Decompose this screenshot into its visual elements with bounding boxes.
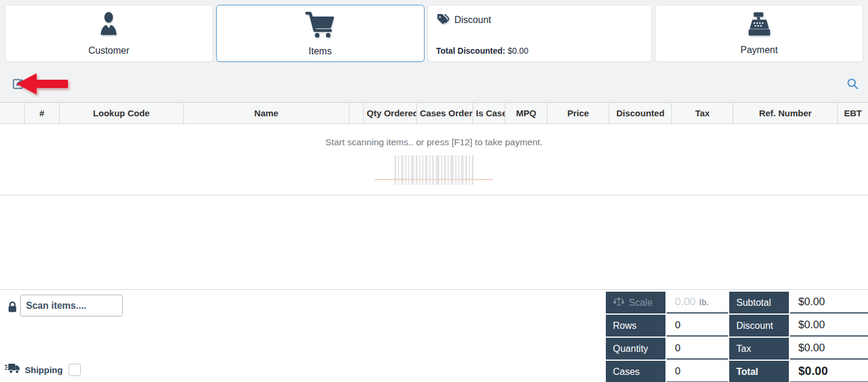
search-icon[interactable] [847,78,859,90]
column-header-blank-2 [350,103,364,123]
total-discounted-value: $0.00 [508,46,528,55]
column-header-price: Price [547,103,609,123]
column-header-is-case: Is Case [473,103,505,123]
barcode-bars [394,155,474,185]
total-discounted: Total Discounted:$0.00 [436,46,528,55]
column-header-number: # [25,103,60,123]
shopping-cart-icon [305,10,335,41]
subtotal-value: $0.00 [790,292,868,314]
tab-discount-label: Discount [455,15,491,25]
scale-label: Scale [629,298,652,308]
column-header-discounted: Discounted [609,103,672,123]
scale-button[interactable]: Scale [606,292,665,314]
content-spacer [0,195,868,290]
subtotal-label: Subtotal [729,292,789,314]
quantity-value: 0 [667,338,728,360]
lock-icon [7,301,18,315]
rows-label: Rows [606,315,665,337]
cash-register-icon [746,11,773,40]
tab-payment-label: Payment [740,45,778,55]
user-tie-icon [97,11,120,40]
column-header-ref-number: Ref. Number [733,103,838,123]
total-label: Total [729,361,789,382]
shipping-toggle-group: Shipping [5,363,81,377]
bottom-panel: Shipping S [0,290,868,382]
shipping-checkbox[interactable] [68,364,81,376]
tab-customer-label: Customer [89,45,129,56]
items-table-header: # Lookup Code Name Qty Ordered Cases Ord… [0,102,868,124]
scanner-line [375,179,493,180]
items-table-body: Start scanning items.. or press [F12] to… [0,124,868,195]
tab-discount[interactable]: Discount Total Discounted:$0.00 [428,5,652,62]
tab-customer[interactable]: Customer [5,5,213,62]
tab-items[interactable]: Items [216,5,425,62]
scale-weight-field: 0.00 lb. [667,292,728,314]
shipping-truck-icon [5,363,20,377]
column-header-mpq: MPQ [505,103,547,123]
tag-icon [436,12,449,28]
scale-weight-value: 0.00 [675,296,696,308]
scale-weight-unit: lb. [699,298,709,307]
rows-value: 0 [667,315,728,337]
discount-label: Discount [729,315,789,337]
scan-items-input[interactable] [20,295,123,316]
tax-label: Tax [729,338,789,360]
tab-items-label: Items [309,46,332,57]
shipping-label: Shipping [25,365,63,375]
column-header-tax: Tax [672,103,733,123]
quantity-label: Quantity [606,338,665,360]
total-value: $0.00 [790,361,868,382]
discount-header: Discount [436,12,491,28]
column-header-name: Name [184,103,350,123]
tax-value: $0.00 [790,338,868,360]
tab-payment[interactable]: Payment [655,5,863,62]
total-discounted-label: Total Discounted: [436,46,505,55]
pos-items-screen: Customer Items [0,0,868,382]
column-header-lookup-code: Lookup Code [60,103,184,123]
nav-cards: Customer Items [5,5,863,62]
totals-summary: Scale 0.00 lb. Subtotal $0.00 Rows 0 Dis… [606,292,868,382]
discount-value: $0.00 [790,315,868,337]
cases-label: Cases [606,361,665,382]
scale-icon [613,297,625,309]
edit-transaction-button[interactable] [12,77,25,90]
cases-value: 0 [667,361,728,382]
barcode-graphic [375,155,493,186]
column-header-cases-ordered: Cases Ordered [417,103,473,123]
top-region: Customer Items [0,0,868,102]
column-header-qty-ordered: Qty Ordered [364,103,417,123]
empty-state-message: Start scanning items.. or press [F12] to… [0,137,868,148]
column-header-ebt: EBT [838,103,868,123]
column-header-blank [0,103,25,123]
